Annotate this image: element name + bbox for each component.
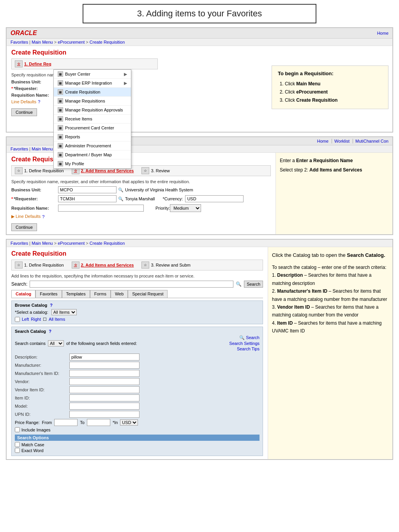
page-title: 3. Adding items to your Favorites: [83, 4, 316, 23]
menu-buyer-center[interactable]: ▦ Buyer Center ▶: [54, 70, 131, 79]
field-item-id-input[interactable]: [69, 394, 139, 401]
match-case-label: Match Case: [21, 442, 44, 447]
field-desc-input[interactable]: [69, 353, 139, 361]
field-vendor: Vendor:: [15, 378, 260, 385]
price-from-label: From: [42, 420, 52, 425]
field-model-input[interactable]: [69, 403, 139, 410]
search-settings-link[interactable]: Search Settings: [229, 341, 260, 346]
field-mfr-input[interactable]: [69, 362, 139, 369]
search-icon-bu[interactable]: 🔍: [118, 187, 124, 193]
menu-create-req[interactable]: ▦ Create Requisition: [54, 88, 131, 97]
menu-reports[interactable]: ▦ Reports: [54, 133, 131, 141]
callout-title-1: To begin a Requisition:: [278, 70, 382, 78]
help-icon-2[interactable]: ?: [42, 214, 44, 219]
breadcrumb-eprocurement-3[interactable]: eProcurement: [58, 241, 85, 246]
catalog-nav-left[interactable]: Left: [22, 317, 29, 322]
breadcrumb-mainmenu-1[interactable]: Main Menu: [32, 40, 53, 44]
currency-input-2[interactable]: [185, 195, 244, 202]
catalog-list-nav: Left Right ☐ All Items: [15, 317, 260, 322]
step-1-item-3[interactable]: ☆ 1. Define Requisition: [15, 262, 64, 269]
field-mfr-item-id: Manufacturer's Item ID:: [15, 370, 260, 377]
menu-manage-req-approvals[interactable]: ▦ Manage Requisition Approvals: [54, 106, 131, 115]
exact-word-checkbox[interactable]: [15, 448, 20, 453]
breadcrumb-favorites-3[interactable]: Favorites: [11, 241, 28, 246]
select-catalog-dropdown[interactable]: All Items: [51, 309, 77, 315]
field-mfr-id-input[interactable]: [69, 370, 139, 377]
req-name-input-2[interactable]: [58, 205, 144, 212]
step-3-icon-2: ☆: [141, 167, 149, 174]
breadcrumb-favorites-1[interactable]: Favorites: [11, 40, 28, 44]
tab-web[interactable]: Web: [111, 290, 128, 298]
step-3-item-3[interactable]: ☆ 3. Review and Subm: [141, 262, 191, 269]
requester-input-2[interactable]: [58, 195, 117, 202]
search-input-3[interactable]: [30, 281, 233, 288]
field-vendor-input[interactable]: [69, 378, 139, 385]
menu-procurement-card[interactable]: ▦ Procurement Card Center: [54, 124, 131, 133]
breadcrumb-eprocurement-1[interactable]: eProcurement: [58, 40, 85, 44]
step-2-item-3[interactable]: ☆ 2. Add Items and Services: [72, 262, 134, 269]
tab-special-request[interactable]: Special Request: [128, 290, 168, 298]
line-defaults-2[interactable]: ▶ Line Defaults: [11, 214, 41, 219]
breadcrumb-createreq-1[interactable]: Create Requisition: [90, 40, 125, 44]
step-1-icon: ☆: [15, 60, 23, 67]
search-following-text: of the following search fields entered:: [66, 341, 137, 346]
priority-select-2[interactable]: Medium High Low: [170, 204, 201, 212]
menu-receive-items[interactable]: ▦ Receive Items: [54, 115, 131, 124]
search-catalog-help[interactable]: ?: [49, 329, 51, 334]
include-images-checkbox[interactable]: [15, 427, 20, 432]
breadcrumb-mainmenu-2[interactable]: Main Menu: [32, 147, 53, 151]
home-link-2[interactable]: Home: [315, 139, 328, 143]
search-link-1[interactable]: 🔍 Search: [239, 335, 260, 340]
tab-templates[interactable]: Templates: [62, 290, 90, 298]
search-tips-link[interactable]: Search Tips: [237, 346, 260, 351]
field-vendor-id-input[interactable]: [69, 386, 139, 393]
continue-button-2[interactable]: Continue: [11, 223, 37, 231]
breadcrumb-favorites-2[interactable]: Favorites: [11, 147, 28, 151]
callout-item-1: Click Main Menu: [285, 80, 382, 88]
oracle-nav-right-2: Home Worklist MutiChannel Con: [315, 139, 388, 143]
tab-favorites[interactable]: Favorites: [35, 290, 62, 298]
tab-catalog[interactable]: Catalog: [11, 290, 35, 298]
search-icon-req[interactable]: 🔍: [118, 196, 124, 201]
price-from-input[interactable]: [54, 419, 78, 426]
step-1-icon-3: ☆: [15, 262, 23, 269]
oracle-logo: ORACLE: [11, 30, 37, 37]
line-defaults-1[interactable]: Line Defaults: [11, 99, 36, 104]
price-to-input[interactable]: [87, 419, 110, 426]
callout-area-2: Enter a Enter a Requisition Name Select …: [275, 153, 392, 234]
create-req-title-1: Create Requisition: [11, 49, 158, 56]
menu-doc-icon-4: ▦: [58, 98, 63, 104]
field-upn-id: UPN ID:: [15, 411, 260, 418]
business-unit-input-2[interactable]: [58, 186, 117, 193]
breadcrumb-mainmenu-3[interactable]: Main Menu: [32, 241, 53, 246]
menu-doc-icon-2: ▦: [58, 80, 63, 86]
step-3-item-2[interactable]: ☆ 3. Review: [141, 167, 169, 174]
search-button-3[interactable]: Search: [244, 281, 263, 288]
field-upn-input[interactable]: [69, 411, 139, 418]
match-case-checkbox[interactable]: [15, 442, 20, 447]
continue-button-1[interactable]: Continue: [11, 108, 37, 116]
catalog-nav-checkbox[interactable]: [15, 317, 20, 322]
menu-my-profile[interactable]: ▦ My Profile: [54, 159, 131, 168]
req-name-label-1: Requisition Name:: [11, 93, 58, 97]
menu-manage-req[interactable]: ▦ Manage Requisitions: [54, 97, 131, 106]
worklist-link-2[interactable]: Worklist: [332, 139, 350, 143]
step-1-item[interactable]: ☆ 1. Define Req: [15, 60, 51, 67]
price-currency-select[interactable]: USD: [120, 419, 138, 426]
multichannel-link-2[interactable]: MutiChannel Con: [353, 139, 388, 143]
menu-dept-buyer-map[interactable]: ▦ Department / Buyer Map: [54, 150, 131, 159]
menu-manage-erp[interactable]: ▦ Manage ERP Integration ▶: [54, 79, 131, 88]
help-icon-1[interactable]: ?: [38, 99, 40, 104]
search-catalog-title: Search Catalog ?: [15, 329, 260, 334]
catalog-nav-right[interactable]: Right: [31, 317, 41, 322]
breadcrumb-createreq-3[interactable]: Create Requisition: [90, 241, 125, 246]
catalog-nav-all[interactable]: All Items: [49, 317, 65, 322]
section3-wrapper: Create Requisition ☆ 1. Define Requisiti…: [7, 247, 392, 459]
browse-catalog-help[interactable]: ?: [50, 303, 53, 308]
tab-forms[interactable]: Forms: [90, 290, 111, 298]
field-desc-label: Description:: [15, 355, 69, 359]
search-contains-select[interactable]: All Any: [48, 340, 64, 346]
search-catalog-section: Search Catalog ? Search contains All Any…: [11, 327, 263, 456]
home-link-1[interactable]: Home: [377, 31, 388, 35]
menu-administer[interactable]: ▦ Administer Procurement: [54, 141, 131, 150]
